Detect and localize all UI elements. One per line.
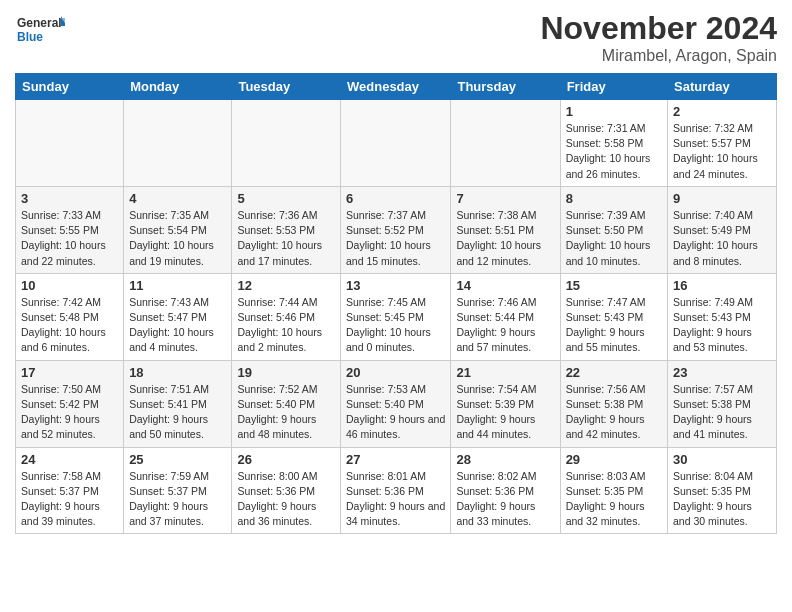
day-number: 9 xyxy=(673,191,771,206)
calendar-cell: 26Sunrise: 8:00 AM Sunset: 5:36 PM Dayli… xyxy=(232,447,341,534)
day-info: Sunrise: 7:52 AM Sunset: 5:40 PM Dayligh… xyxy=(237,382,335,443)
calendar-week-row: 17Sunrise: 7:50 AM Sunset: 5:42 PM Dayli… xyxy=(16,360,777,447)
col-tuesday: Tuesday xyxy=(232,74,341,100)
day-info: Sunrise: 7:44 AM Sunset: 5:46 PM Dayligh… xyxy=(237,295,335,356)
logo: General Blue xyxy=(15,10,65,50)
day-number: 12 xyxy=(237,278,335,293)
calendar-cell: 28Sunrise: 8:02 AM Sunset: 5:36 PM Dayli… xyxy=(451,447,560,534)
col-sunday: Sunday xyxy=(16,74,124,100)
day-number: 29 xyxy=(566,452,662,467)
calendar-cell: 12Sunrise: 7:44 AM Sunset: 5:46 PM Dayli… xyxy=(232,273,341,360)
day-info: Sunrise: 7:38 AM Sunset: 5:51 PM Dayligh… xyxy=(456,208,554,269)
col-monday: Monday xyxy=(124,74,232,100)
day-number: 23 xyxy=(673,365,771,380)
calendar-cell xyxy=(16,100,124,187)
calendar-cell: 14Sunrise: 7:46 AM Sunset: 5:44 PM Dayli… xyxy=(451,273,560,360)
calendar-week-row: 10Sunrise: 7:42 AM Sunset: 5:48 PM Dayli… xyxy=(16,273,777,360)
calendar-header-row: Sunday Monday Tuesday Wednesday Thursday… xyxy=(16,74,777,100)
col-saturday: Saturday xyxy=(668,74,777,100)
day-number: 5 xyxy=(237,191,335,206)
day-info: Sunrise: 7:45 AM Sunset: 5:45 PM Dayligh… xyxy=(346,295,445,356)
day-number: 8 xyxy=(566,191,662,206)
day-info: Sunrise: 7:35 AM Sunset: 5:54 PM Dayligh… xyxy=(129,208,226,269)
day-number: 26 xyxy=(237,452,335,467)
calendar-week-row: 24Sunrise: 7:58 AM Sunset: 5:37 PM Dayli… xyxy=(16,447,777,534)
calendar-cell: 3Sunrise: 7:33 AM Sunset: 5:55 PM Daylig… xyxy=(16,186,124,273)
day-info: Sunrise: 7:31 AM Sunset: 5:58 PM Dayligh… xyxy=(566,121,662,182)
day-info: Sunrise: 7:36 AM Sunset: 5:53 PM Dayligh… xyxy=(237,208,335,269)
calendar-cell: 24Sunrise: 7:58 AM Sunset: 5:37 PM Dayli… xyxy=(16,447,124,534)
day-number: 4 xyxy=(129,191,226,206)
day-info: Sunrise: 7:54 AM Sunset: 5:39 PM Dayligh… xyxy=(456,382,554,443)
calendar-cell: 30Sunrise: 8:04 AM Sunset: 5:35 PM Dayli… xyxy=(668,447,777,534)
day-info: Sunrise: 7:40 AM Sunset: 5:49 PM Dayligh… xyxy=(673,208,771,269)
day-info: Sunrise: 8:01 AM Sunset: 5:36 PM Dayligh… xyxy=(346,469,445,530)
month-title: November 2024 xyxy=(540,10,777,47)
col-thursday: Thursday xyxy=(451,74,560,100)
day-number: 27 xyxy=(346,452,445,467)
calendar-week-row: 1Sunrise: 7:31 AM Sunset: 5:58 PM Daylig… xyxy=(16,100,777,187)
calendar-cell: 13Sunrise: 7:45 AM Sunset: 5:45 PM Dayli… xyxy=(341,273,451,360)
calendar-cell xyxy=(124,100,232,187)
day-info: Sunrise: 7:39 AM Sunset: 5:50 PM Dayligh… xyxy=(566,208,662,269)
day-info: Sunrise: 7:37 AM Sunset: 5:52 PM Dayligh… xyxy=(346,208,445,269)
day-info: Sunrise: 7:33 AM Sunset: 5:55 PM Dayligh… xyxy=(21,208,118,269)
calendar-cell xyxy=(341,100,451,187)
calendar-cell: 18Sunrise: 7:51 AM Sunset: 5:41 PM Dayli… xyxy=(124,360,232,447)
calendar-cell: 21Sunrise: 7:54 AM Sunset: 5:39 PM Dayli… xyxy=(451,360,560,447)
day-info: Sunrise: 8:03 AM Sunset: 5:35 PM Dayligh… xyxy=(566,469,662,530)
day-number: 17 xyxy=(21,365,118,380)
calendar-cell: 16Sunrise: 7:49 AM Sunset: 5:43 PM Dayli… xyxy=(668,273,777,360)
svg-text:General: General xyxy=(17,16,62,30)
header: General Blue November 2024 Mirambel, Ara… xyxy=(15,10,777,65)
calendar-week-row: 3Sunrise: 7:33 AM Sunset: 5:55 PM Daylig… xyxy=(16,186,777,273)
calendar-cell: 25Sunrise: 7:59 AM Sunset: 5:37 PM Dayli… xyxy=(124,447,232,534)
calendar-cell: 4Sunrise: 7:35 AM Sunset: 5:54 PM Daylig… xyxy=(124,186,232,273)
calendar-cell: 19Sunrise: 7:52 AM Sunset: 5:40 PM Dayli… xyxy=(232,360,341,447)
svg-text:Blue: Blue xyxy=(17,30,43,44)
col-wednesday: Wednesday xyxy=(341,74,451,100)
day-number: 7 xyxy=(456,191,554,206)
day-info: Sunrise: 7:46 AM Sunset: 5:44 PM Dayligh… xyxy=(456,295,554,356)
calendar-cell: 11Sunrise: 7:43 AM Sunset: 5:47 PM Dayli… xyxy=(124,273,232,360)
day-info: Sunrise: 7:59 AM Sunset: 5:37 PM Dayligh… xyxy=(129,469,226,530)
calendar-cell xyxy=(232,100,341,187)
day-info: Sunrise: 8:04 AM Sunset: 5:35 PM Dayligh… xyxy=(673,469,771,530)
day-number: 28 xyxy=(456,452,554,467)
day-number: 3 xyxy=(21,191,118,206)
day-number: 25 xyxy=(129,452,226,467)
day-info: Sunrise: 7:49 AM Sunset: 5:43 PM Dayligh… xyxy=(673,295,771,356)
day-info: Sunrise: 8:02 AM Sunset: 5:36 PM Dayligh… xyxy=(456,469,554,530)
day-number: 6 xyxy=(346,191,445,206)
day-info: Sunrise: 8:00 AM Sunset: 5:36 PM Dayligh… xyxy=(237,469,335,530)
calendar-cell xyxy=(451,100,560,187)
day-number: 24 xyxy=(21,452,118,467)
day-info: Sunrise: 7:32 AM Sunset: 5:57 PM Dayligh… xyxy=(673,121,771,182)
day-info: Sunrise: 7:50 AM Sunset: 5:42 PM Dayligh… xyxy=(21,382,118,443)
col-friday: Friday xyxy=(560,74,667,100)
calendar-cell: 7Sunrise: 7:38 AM Sunset: 5:51 PM Daylig… xyxy=(451,186,560,273)
day-number: 15 xyxy=(566,278,662,293)
day-number: 19 xyxy=(237,365,335,380)
day-info: Sunrise: 7:56 AM Sunset: 5:38 PM Dayligh… xyxy=(566,382,662,443)
day-number: 1 xyxy=(566,104,662,119)
day-number: 21 xyxy=(456,365,554,380)
calendar-cell: 10Sunrise: 7:42 AM Sunset: 5:48 PM Dayli… xyxy=(16,273,124,360)
day-info: Sunrise: 7:58 AM Sunset: 5:37 PM Dayligh… xyxy=(21,469,118,530)
calendar-cell: 15Sunrise: 7:47 AM Sunset: 5:43 PM Dayli… xyxy=(560,273,667,360)
day-info: Sunrise: 7:42 AM Sunset: 5:48 PM Dayligh… xyxy=(21,295,118,356)
calendar-cell: 8Sunrise: 7:39 AM Sunset: 5:50 PM Daylig… xyxy=(560,186,667,273)
title-block: November 2024 Mirambel, Aragon, Spain xyxy=(540,10,777,65)
day-number: 13 xyxy=(346,278,445,293)
day-info: Sunrise: 7:57 AM Sunset: 5:38 PM Dayligh… xyxy=(673,382,771,443)
calendar-cell: 27Sunrise: 8:01 AM Sunset: 5:36 PM Dayli… xyxy=(341,447,451,534)
page-container: General Blue November 2024 Mirambel, Ara… xyxy=(0,0,792,544)
day-number: 14 xyxy=(456,278,554,293)
calendar-cell: 22Sunrise: 7:56 AM Sunset: 5:38 PM Dayli… xyxy=(560,360,667,447)
day-number: 11 xyxy=(129,278,226,293)
calendar-cell: 9Sunrise: 7:40 AM Sunset: 5:49 PM Daylig… xyxy=(668,186,777,273)
day-number: 18 xyxy=(129,365,226,380)
calendar-cell: 6Sunrise: 7:37 AM Sunset: 5:52 PM Daylig… xyxy=(341,186,451,273)
calendar-cell: 20Sunrise: 7:53 AM Sunset: 5:40 PM Dayli… xyxy=(341,360,451,447)
calendar-cell: 29Sunrise: 8:03 AM Sunset: 5:35 PM Dayli… xyxy=(560,447,667,534)
